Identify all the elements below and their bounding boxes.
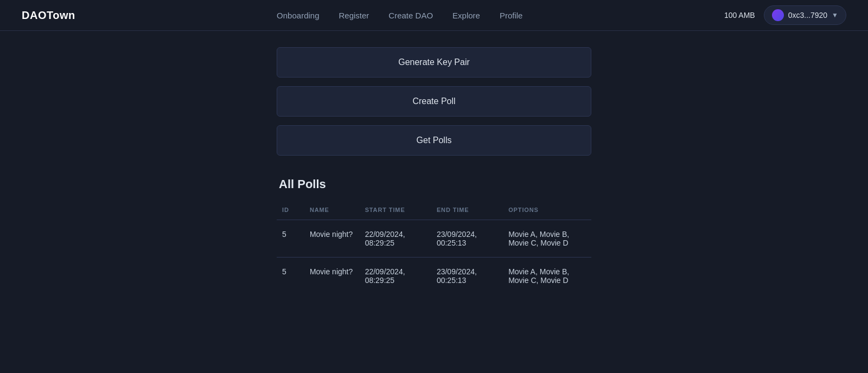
create-poll-button[interactable]: Create Poll <box>277 86 591 117</box>
polls-table: ID NAME START TIME END TIME OPTIONS 5 Mo… <box>277 202 591 294</box>
col-header-options: OPTIONS <box>503 202 591 220</box>
col-header-start-time: START TIME <box>360 202 431 220</box>
polls-section: All Polls ID NAME START TIME END TIME OP… <box>277 177 591 294</box>
cell-name-0: Movie night? <box>304 220 360 258</box>
cell-options-0: Movie A, Movie B, Movie C, Movie D <box>503 220 591 258</box>
action-buttons: Generate Key Pair Create Poll Get Polls <box>277 47 591 164</box>
table-row: 5 Movie night? 22/09/2024, 08:29:25 23/0… <box>277 220 591 258</box>
table-header-row: ID NAME START TIME END TIME OPTIONS <box>277 202 591 220</box>
col-header-name: NAME <box>304 202 360 220</box>
cell-start-time-1: 22/09/2024, 08:29:25 <box>360 258 431 295</box>
balance-display: 100 AMB <box>724 11 755 20</box>
cell-end-time-0: 23/09/2024, 00:25:13 <box>431 220 503 258</box>
nav-profile[interactable]: Profile <box>500 11 523 20</box>
cell-options-1: Movie A, Movie B, Movie C, Movie D <box>503 258 591 295</box>
navbar: DAOTown Onboarding Register Create DAO E… <box>0 0 868 31</box>
get-polls-button[interactable]: Get Polls <box>277 125 591 156</box>
cell-name-1: Movie night? <box>304 258 360 295</box>
table-row: 5 Movie night? 22/09/2024, 08:29:25 23/0… <box>277 258 591 295</box>
wallet-avatar-icon <box>772 9 784 21</box>
nav-links: Onboarding Register Create DAO Explore P… <box>277 11 522 20</box>
wallet-badge[interactable]: 0xc3...7920 ▼ <box>764 5 846 25</box>
main-content: Generate Key Pair Create Poll Get Polls … <box>0 31 868 311</box>
generate-key-pair-button[interactable]: Generate Key Pair <box>277 47 591 78</box>
nav-onboarding[interactable]: Onboarding <box>277 11 319 20</box>
navbar-right: 100 AMB 0xc3...7920 ▼ <box>724 5 846 25</box>
nav-create-dao[interactable]: Create DAO <box>388 11 433 20</box>
col-header-end-time: END TIME <box>431 202 503 220</box>
nav-explore[interactable]: Explore <box>452 11 480 20</box>
col-header-id: ID <box>277 202 304 220</box>
nav-register[interactable]: Register <box>339 11 369 20</box>
brand-logo[interactable]: DAOTown <box>22 9 75 22</box>
wallet-address: 0xc3...7920 <box>788 11 827 20</box>
cell-id-0: 5 <box>277 220 304 258</box>
cell-end-time-1: 23/09/2024, 00:25:13 <box>431 258 503 295</box>
chevron-down-icon: ▼ <box>832 11 838 19</box>
cell-id-1: 5 <box>277 258 304 295</box>
cell-start-time-0: 22/09/2024, 08:29:25 <box>360 220 431 258</box>
polls-title: All Polls <box>277 177 591 191</box>
